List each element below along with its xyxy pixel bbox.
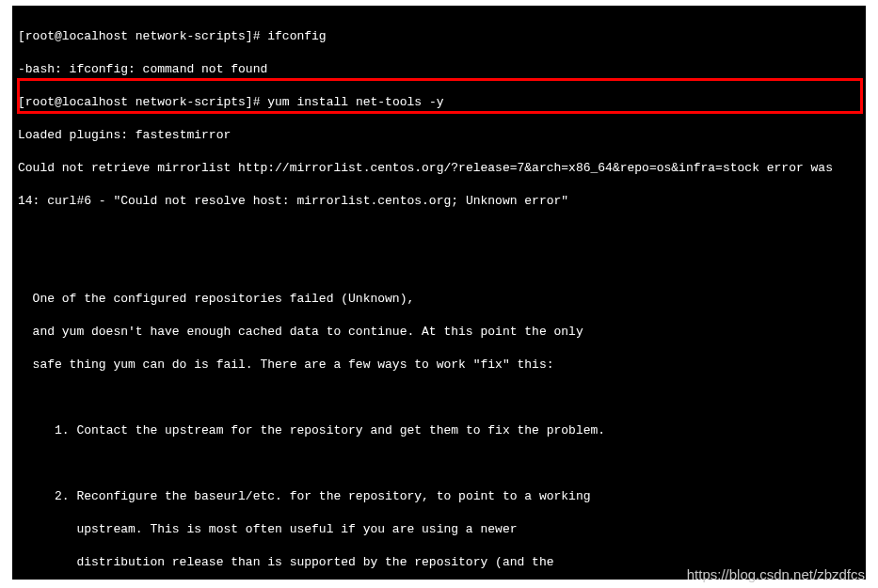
blank-line	[18, 389, 860, 405]
list-item-2: 2. Reconfigure the baseurl/etc. for the …	[18, 488, 860, 505]
list-item-1: 1. Contact the upstream for the reposito…	[18, 422, 860, 439]
blank-line	[18, 226, 860, 242]
command-text: yum install net-tools -y	[267, 95, 443, 109]
prompt-line-1: [root@localhost network-scripts]# ifconf…	[18, 28, 860, 45]
blank-line	[18, 455, 860, 471]
error-output: -bash: ifconfig: command not found	[18, 61, 860, 78]
message-line: safe thing yum can do is fail. There are…	[18, 357, 860, 373]
error-mirrorlist-2: 14: curl#6 - "Could not resolve host: mi…	[18, 193, 860, 210]
error-mirrorlist-1: Could not retrieve mirrorlist http://mir…	[18, 160, 860, 177]
watermark-text: https://blog.csdn.net/zbzdfcs	[687, 565, 865, 584]
list-item-2-cont: upstream. This is most often useful if y…	[18, 521, 860, 538]
terminal-window[interactable]: [root@localhost network-scripts]# ifconf…	[12, 6, 866, 580]
shell-prompt: [root@localhost network-scripts]#	[18, 29, 260, 43]
blank-line	[18, 259, 860, 275]
command-text: ifconfig	[267, 29, 326, 43]
list-number: 1.	[55, 423, 70, 437]
list-number: 2.	[55, 489, 70, 503]
prompt-line-2: [root@localhost network-scripts]# yum in…	[18, 94, 860, 111]
output-line: Loaded plugins: fastestmirror	[18, 127, 860, 144]
message-line: One of the configured repositories faile…	[18, 291, 860, 308]
shell-prompt: [root@localhost network-scripts]#	[18, 95, 260, 109]
message-line: and yum doesn't have enough cached data …	[18, 324, 860, 341]
